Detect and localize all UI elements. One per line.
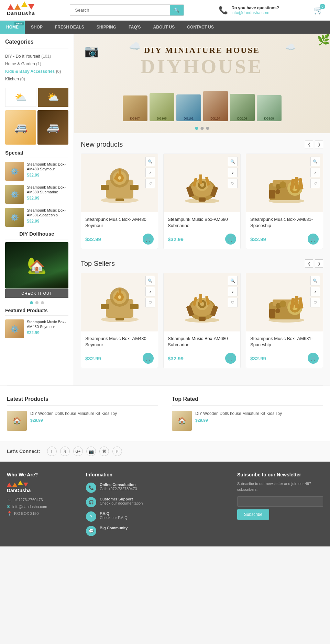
rss-icon[interactable]: ⌘ <box>99 447 109 456</box>
cat-diy[interactable]: DIY - Do It Yourself (101) <box>5 53 68 60</box>
check-it-out-button[interactable]: CHECK IT OUT <box>5 289 68 298</box>
subscribe-button[interactable]: Subscribe <box>237 509 269 520</box>
new-products-prev[interactable]: ❮ <box>305 140 313 148</box>
new-product-cart-1[interactable]: 🛒 <box>143 234 154 245</box>
cart-badge: 0 <box>320 4 325 9</box>
sidebar-camper-light: 🚐 <box>5 110 36 145</box>
special-thumb-1[interactable]: ⚙️ <box>5 162 24 181</box>
dot-1[interactable] <box>30 301 33 304</box>
new-products-next[interactable]: ❯ <box>315 140 323 148</box>
new-product-price-3: $32.99 <box>250 236 266 242</box>
latest-thumb-1[interactable]: 🏠 <box>7 411 27 431</box>
nav-item-contact[interactable]: CONTACT US <box>181 21 220 34</box>
hero-dot-3[interactable] <box>206 127 209 130</box>
dot-2[interactable] <box>35 301 38 304</box>
special-price-2: $32.99 <box>27 196 68 201</box>
product-2-zoom-icon[interactable]: 🔍 <box>228 157 238 166</box>
featured-item-1: ⚙️ Steampunk Music Box- AM480 Seymour $3… <box>5 319 68 338</box>
footer-logo: DanDusha <box>7 483 76 493</box>
tri1-icon <box>8 4 14 10</box>
cat-kids-baby[interactable]: Kids & Baby Accessories (0) <box>5 68 68 75</box>
footer-subscribe-title: Subscribe to our Newsletter <box>237 472 323 477</box>
product-3-zoom-icon[interactable]: 🔍 <box>310 157 320 166</box>
cat-home-garden[interactable]: Home & Garden (1) <box>5 60 68 68</box>
svg-rect-30 <box>269 190 275 199</box>
cart-button[interactable]: 🛒 0 <box>314 6 323 15</box>
new-products-section: New products ❮ ❯ <box>81 140 323 249</box>
product-dg108: DG108 <box>257 95 282 121</box>
subscribe-email-input[interactable] <box>237 496 323 507</box>
product-dg102: DG102 <box>176 94 201 121</box>
new-product-name-2: Steampunk Music Box-AM680 Submarine <box>168 216 236 230</box>
top-2-music-icon[interactable]: ♪ <box>228 287 238 296</box>
svg-rect-55 <box>199 317 206 321</box>
hero-dot-1[interactable] <box>195 127 198 130</box>
hero-dot-2[interactable] <box>200 127 204 130</box>
top-product-price-3: $32.99 <box>250 355 266 361</box>
new-product-cart-3[interactable]: 🛒 <box>308 234 319 245</box>
top-2-heart-icon[interactable]: ♡ <box>228 298 238 307</box>
nav-item-fresh-deals[interactable]: FRESH DEALS <box>49 21 90 34</box>
new-product-cart-2[interactable]: 🛒 <box>225 234 236 245</box>
top-product-cart-2[interactable]: 🛒 <box>225 353 236 364</box>
top-product-image-1 <box>96 278 144 326</box>
product-2-music-icon[interactable]: ♪ <box>228 168 238 177</box>
product-1-heart-icon[interactable]: ♡ <box>145 179 155 188</box>
search-button[interactable]: 🔍 <box>170 5 184 15</box>
special-name-2: Steampunk Music Box-AM680 Submarine <box>27 185 68 195</box>
top-1-music-icon[interactable]: ♪ <box>145 287 155 296</box>
special-thumb-2[interactable]: ⚙️ <box>5 185 24 204</box>
svg-rect-42 <box>101 304 109 309</box>
top-3-zoom-icon[interactable]: 🔍 <box>310 276 320 285</box>
top-1-heart-icon[interactable]: ♡ <box>145 298 155 307</box>
weather-sunny: ⛅ <box>5 88 36 107</box>
nav-item-shop[interactable]: SHOP <box>25 21 49 34</box>
top-3-heart-icon[interactable]: ♡ <box>310 298 320 307</box>
footer-email-item: ✉ info@dandusha.com <box>7 504 76 509</box>
top-2-zoom-icon[interactable]: 🔍 <box>228 276 238 285</box>
top-1-zoom-icon[interactable]: 🔍 <box>145 276 155 285</box>
cat-kitchen[interactable]: Kitchen (0) <box>5 75 68 83</box>
footer-info-4-title: Big Community <box>100 526 128 530</box>
top-product-price-2: $32.99 <box>168 355 184 361</box>
sidebar-promo-image: 🚐 🚐 <box>5 110 68 145</box>
cloud-icon: ⛅ <box>47 91 59 103</box>
special-thumb-3[interactable]: ⚙️ <box>5 208 24 227</box>
product-2-heart-icon[interactable]: ♡ <box>228 179 238 188</box>
product-3-music-icon[interactable]: ♪ <box>310 168 320 177</box>
dot-3[interactable] <box>41 301 44 304</box>
logo[interactable]: DanDusha <box>7 4 35 16</box>
contact-email[interactable]: info@dandusha.com <box>231 10 279 15</box>
top-rated-thumb-1[interactable]: 🏠 <box>172 411 192 431</box>
special-item-1: ⚙️ Steampunk Music Box- AM480 Seymour $3… <box>5 162 68 181</box>
top-seller-card-1: 🔍 ♪ ♡ Steampunk Music Box- AM480 Seymour… <box>81 273 158 368</box>
nav-item-about[interactable]: ABOUT US <box>147 21 181 34</box>
svg-rect-44 <box>116 318 124 320</box>
svg-rect-59 <box>199 294 202 303</box>
twitter-icon[interactable]: 𝕏 <box>60 447 70 456</box>
nav-item-shipping[interactable]: SHIPPING <box>90 21 122 34</box>
product-1-music-icon[interactable]: ♪ <box>145 168 155 177</box>
facebook-icon[interactable]: f <box>47 447 57 456</box>
nav-item-home[interactable]: HOME NEW <box>0 21 25 34</box>
footer-subscribe-text: Subscribe to our newsletter and join our… <box>237 481 323 492</box>
top-sellers-prev[interactable]: ❮ <box>305 259 313 268</box>
pinterest-icon[interactable]: P <box>112 447 122 456</box>
logo-triangles <box>8 4 34 10</box>
footer-info-faq-icon: ? <box>86 511 96 522</box>
top-product-cart-3[interactable]: 🛒 <box>308 353 319 364</box>
instagram-icon[interactable]: 📷 <box>86 447 96 456</box>
google-plus-icon[interactable]: G+ <box>73 447 83 456</box>
product-1-zoom-icon[interactable]: 🔍 <box>145 157 155 166</box>
featured-thumb-1[interactable]: ⚙️ <box>5 319 24 338</box>
top-product-cart-1[interactable]: 🛒 <box>143 353 154 364</box>
top-3-music-icon[interactable]: ♪ <box>310 287 320 296</box>
search-input[interactable] <box>70 5 170 15</box>
nav-item-faqs[interactable]: FAQ'S <box>122 21 147 34</box>
categories-title: Categories <box>5 39 68 48</box>
top-product-image-2 <box>178 278 226 326</box>
product-3-heart-icon[interactable]: ♡ <box>310 179 320 188</box>
top-sellers-next[interactable]: ❯ <box>315 259 323 268</box>
footer-info-community-icon: 💬 <box>86 526 96 536</box>
top-product-name-3: Steampunk Music Box- AM681-Spaceship <box>250 336 319 349</box>
